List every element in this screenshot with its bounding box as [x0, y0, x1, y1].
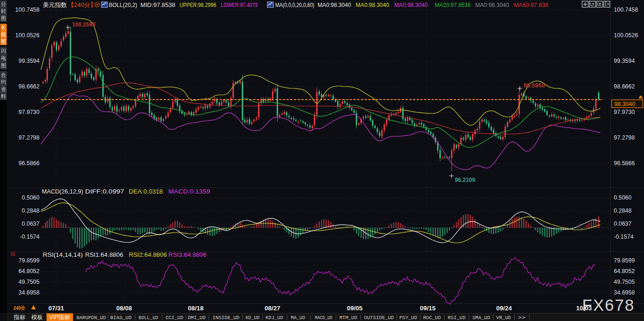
svg-text:0.0637: 0.0637: [614, 221, 631, 227]
svg-text:96.2109: 96.2109: [455, 176, 475, 183]
svg-text:K: K: [2, 25, 6, 30]
svg-text:DEA:0.0318: DEA:0.0318: [129, 188, 163, 195]
svg-text:MA_UD: MA_UD: [291, 315, 305, 321]
svg-text:49.7505: 49.7505: [614, 279, 635, 285]
svg-text:MA0:98.3040: MA0:98.3040: [475, 2, 509, 8]
svg-text:-0.1574: -0.1574: [20, 234, 40, 240]
svg-text:RSI2:64.8806: RSI2:64.8806: [129, 252, 167, 258]
svg-text:09/24: 09/24: [496, 305, 512, 312]
svg-text:VIP指标: VIP指标: [49, 314, 70, 321]
svg-text:0.2848: 0.2848: [22, 207, 40, 214]
svg-text:100.7458: 100.7458: [15, 7, 40, 13]
svg-text:97.9730: 97.9730: [19, 109, 40, 115]
svg-text:MID:97.8538: MID:97.8538: [140, 2, 175, 8]
svg-text:97.9730: 97.9730: [614, 109, 635, 115]
svg-text:图: 图: [1, 63, 6, 68]
svg-text:98.5950: 98.5950: [524, 82, 545, 89]
svg-text:34.6958: 34.6958: [614, 289, 635, 296]
svg-text:MA0:98.3040: MA0:98.3040: [394, 2, 428, 8]
svg-text:电: 电: [1, 55, 6, 61]
svg-text:>>: >>: [518, 315, 525, 321]
svg-text:MACD(26,12,9): MACD(26,12,9): [42, 188, 83, 195]
svg-text:MA20:97.8538: MA20:97.8538: [435, 2, 471, 8]
svg-text:0.0637: 0.0637: [22, 221, 40, 227]
svg-text:合: 合: [1, 72, 6, 78]
svg-text:MA60:97.838: MA60:97.838: [514, 2, 548, 8]
svg-text:BIAS_UD: BIAS_UD: [110, 315, 132, 321]
svg-text:DMI_UD: DMI_UD: [188, 315, 206, 321]
svg-text:图: 图: [1, 39, 6, 44]
svg-text:MTM_UD: MTM_UD: [339, 315, 357, 321]
svg-text:97.2798: 97.2798: [19, 134, 40, 141]
svg-text:49.7505: 49.7505: [19, 279, 40, 285]
svg-text:08/27: 08/27: [265, 305, 280, 312]
svg-text:约: 约: [0, 79, 6, 85]
svg-text:指标: 指标: [13, 314, 26, 321]
svg-text:98.6662: 98.6662: [614, 83, 635, 90]
svg-text:96.5866: 96.5866: [614, 160, 635, 167]
svg-text:MA0:98.3040: MA0:98.3040: [318, 2, 351, 8]
svg-text:RSI_UD: RSI_UD: [448, 315, 465, 321]
svg-text:资: 资: [1, 87, 6, 92]
svg-text:34.6958: 34.6958: [19, 289, 40, 296]
svg-text:RSI1:64.8806: RSI1:64.8806: [85, 252, 123, 258]
svg-text:MA(0,0,0,20,0,60): MA(0,0,0,20,0,60): [275, 2, 314, 8]
svg-text:线: 线: [1, 32, 6, 37]
svg-text:DIFF:0.0997: DIFF:0.0997: [85, 188, 124, 195]
svg-text:SMA_UD: SMA_UD: [472, 315, 490, 321]
svg-text:79.8599: 79.8599: [19, 257, 40, 264]
svg-text:MA0:98.3040: MA0:98.3040: [356, 2, 389, 8]
svg-text:闪: 闪: [1, 48, 6, 54]
svg-text:模板: 模板: [31, 314, 43, 321]
svg-text:时: 时: [1, 8, 6, 14]
svg-text:99.3594: 99.3594: [614, 58, 635, 64]
svg-text:BARUPDN_UD: BARUPDN_UD: [77, 315, 106, 321]
svg-text:79.8599: 79.8599: [614, 257, 635, 264]
svg-text:料: 料: [0, 94, 6, 99]
svg-text:-0.1574: -0.1574: [614, 234, 633, 240]
svg-text:ROC_UD: ROC_UD: [423, 315, 441, 321]
svg-text:UPPER:98.2996: UPPER:98.2996: [179, 2, 216, 8]
svg-text:98.3040: 98.3040: [614, 101, 635, 107]
svg-text:10/03: 10/03: [576, 305, 592, 312]
svg-text:100.7458: 100.7458: [614, 7, 638, 13]
svg-text:08/08: 08/08: [116, 305, 132, 312]
svg-text:99.3594: 99.3594: [19, 58, 40, 64]
svg-text:INSIDE_UD: INSIDE_UD: [212, 315, 239, 321]
svg-text:08/18: 08/18: [188, 305, 204, 312]
svg-text:0.2848: 0.2848: [614, 207, 631, 214]
svg-text:MACD:0.1359: MACD:0.1359: [168, 188, 210, 195]
svg-text:CCI_UD: CCI_UD: [166, 315, 183, 321]
svg-text:96.5866: 96.5866: [19, 160, 40, 167]
svg-text:图: 图: [1, 15, 6, 21]
svg-text:BOLL(20,2): BOLL(20,2): [109, 2, 137, 8]
svg-text:KD_UD: KD_UD: [246, 315, 259, 321]
svg-text:【240分】: 【240分】: [68, 1, 96, 8]
svg-text:100.0526: 100.0526: [614, 32, 638, 39]
svg-text:100.0526: 100.0526: [15, 32, 40, 39]
svg-text:RSI(14,14,14): RSI(14,14,14): [43, 252, 83, 258]
svg-text:98.6662: 98.6662: [19, 83, 40, 90]
svg-text:BOLL_UD: BOLL_UD: [139, 315, 158, 321]
svg-text:97.2798: 97.2798: [614, 134, 635, 141]
svg-text:0.5060: 0.5060: [614, 194, 631, 201]
svg-text:KDJ_UD: KDJ_UD: [266, 315, 283, 321]
svg-text:MACD_UD: MACD_UD: [315, 315, 332, 321]
svg-text:美元指数: 美元指数: [43, 1, 67, 8]
svg-text:RSI3:64.8806: RSI3:64.8806: [168, 252, 206, 258]
svg-text:VR_UD: VR_UD: [496, 315, 511, 321]
svg-text:LOWER:97.4079: LOWER:97.4079: [221, 2, 258, 8]
svg-text:64.8052: 64.8052: [614, 268, 635, 274]
svg-text:09/15: 09/15: [420, 305, 436, 312]
svg-text:240分: 240分: [13, 305, 25, 311]
svg-text:09/05: 09/05: [347, 305, 363, 312]
svg-text:分: 分: [1, 1, 6, 7]
svg-text:64.8052: 64.8052: [19, 268, 40, 274]
svg-text:OUTSIDE_UD: OUTSIDE_UD: [364, 315, 394, 321]
svg-text:100.2599: 100.2599: [72, 21, 95, 28]
svg-text:07/31: 07/31: [48, 305, 64, 312]
svg-text:0.5060: 0.5060: [22, 194, 40, 201]
svg-text:PSY_UD: PSY_UD: [399, 315, 417, 321]
